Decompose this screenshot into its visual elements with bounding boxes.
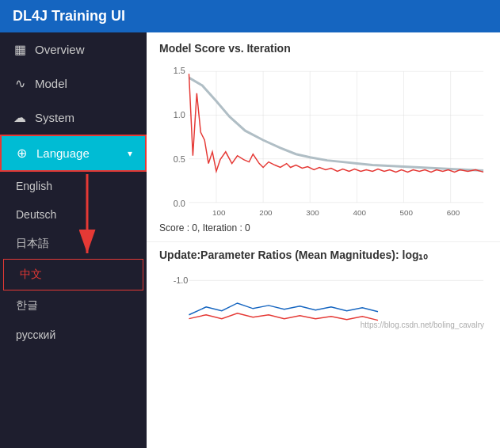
- lang-label-chinese: 中文: [20, 268, 42, 280]
- lang-item-japanese[interactable]: 日本語: [0, 229, 147, 259]
- svg-text:0.5: 0.5: [174, 154, 185, 164]
- svg-text:0.0: 0.0: [174, 199, 185, 208]
- svg-text:200: 200: [259, 208, 273, 217]
- app-header: DL4J Training UI: [0, 0, 500, 32]
- sidebar-item-overview[interactable]: ▦ Overview: [0, 32, 147, 66]
- app-title: DL4J Training UI: [13, 8, 125, 24]
- score-info: Score : 0, Iteration : 0: [159, 222, 487, 233]
- lang-item-chinese[interactable]: 中文: [3, 259, 143, 290]
- lang-label-deutsch: Deutsch: [16, 208, 56, 221]
- chart2-area: -1.0 https://blog.csdn.net/boling_cavalr…: [159, 268, 487, 331]
- watermark: https://blog.csdn.net/boling_cavalry: [361, 321, 484, 329]
- chart2-section: Update:Parameter Ratios (Mean Magnitudes…: [147, 242, 500, 448]
- sidebar: ▦ Overview ∿ Model ☁ System ⊕ Language ▾…: [0, 32, 147, 448]
- lang-item-english[interactable]: English: [0, 172, 147, 200]
- content-area: Model Score vs. Iteration 1.5 1.0 0.5 0.…: [147, 32, 500, 448]
- lang-label-japanese: 日本語: [16, 237, 49, 249]
- svg-text:-1.0: -1.0: [174, 275, 189, 285]
- sidebar-label-overview: Overview: [35, 43, 85, 56]
- chart1-section: Model Score vs. Iteration 1.5 1.0 0.5 0.…: [147, 32, 500, 242]
- sidebar-label-system: System: [35, 111, 74, 124]
- lang-item-deutsch[interactable]: Deutsch: [0, 200, 147, 229]
- chart2-title: Update:Parameter Ratios (Mean Magnitudes…: [159, 249, 487, 261]
- chevron-down-icon: ▾: [128, 148, 132, 159]
- lang-item-korean[interactable]: 한글: [0, 290, 147, 321]
- chart1-area: 1.5 1.0 0.5 0.0 100 200 300 400 500 600: [159, 61, 487, 219]
- sidebar-item-system[interactable]: ☁ System: [0, 101, 147, 135]
- chart1-svg: 1.5 1.0 0.5 0.0 100 200 300 400 500 600: [159, 61, 487, 219]
- svg-text:500: 500: [400, 208, 414, 217]
- chart1-title: Model Score vs. Iteration: [159, 42, 487, 55]
- sidebar-label-language: Language: [36, 146, 90, 160]
- svg-text:1.5: 1.5: [174, 66, 185, 75]
- lang-label-korean: 한글: [16, 298, 38, 311]
- language-icon: ⊕: [14, 146, 29, 161]
- sidebar-label-model: Model: [35, 77, 67, 90]
- svg-text:400: 400: [353, 208, 366, 217]
- svg-text:100: 100: [212, 208, 226, 217]
- svg-text:600: 600: [447, 208, 460, 217]
- svg-text:1.0: 1.0: [174, 110, 185, 120]
- lang-item-russian[interactable]: русский: [0, 321, 147, 349]
- lang-label-english: English: [16, 180, 52, 192]
- overview-icon: ▦: [13, 42, 27, 57]
- main-layout: ▦ Overview ∿ Model ☁ System ⊕ Language ▾…: [0, 32, 500, 448]
- svg-text:300: 300: [306, 208, 319, 217]
- system-icon: ☁: [13, 110, 27, 125]
- sidebar-item-language[interactable]: ⊕ Language ▾: [0, 135, 147, 172]
- lang-label-russian: русский: [16, 328, 55, 341]
- sidebar-item-model[interactable]: ∿ Model: [0, 66, 147, 101]
- model-icon: ∿: [13, 76, 27, 91]
